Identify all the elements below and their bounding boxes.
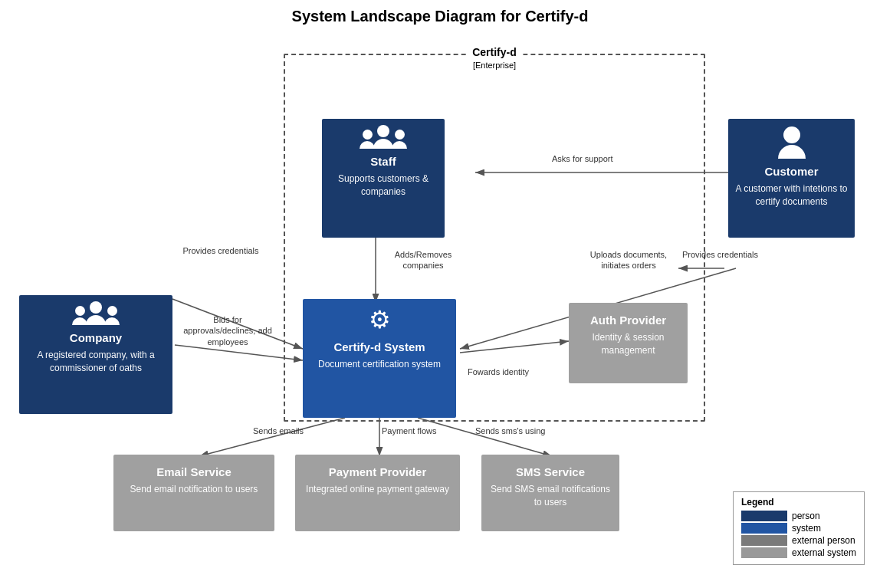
legend-item-person: person bbox=[741, 511, 856, 521]
adds-removes-label: Adds/Removes companies bbox=[381, 249, 465, 271]
email-service-name: Email Service bbox=[156, 465, 231, 478]
sms-service-desc: Send SMS email notifications to users bbox=[481, 483, 619, 515]
legend-title: Legend bbox=[741, 497, 856, 508]
customer-box: Customer A customer with intetions to ce… bbox=[728, 119, 855, 238]
legend-item-system: system bbox=[741, 523, 856, 534]
staff-icon bbox=[360, 125, 407, 149]
asks-for-support-label: Asks for support bbox=[552, 153, 612, 164]
company-box: Company A registered company, with a com… bbox=[19, 295, 172, 414]
company-name: Company bbox=[70, 331, 122, 344]
sends-sms-label: Sends sms's using bbox=[475, 425, 545, 436]
company-desc: A registered company, with a commissione… bbox=[19, 349, 172, 381]
uploads-documents-label: Uploads documents, initiates orders bbox=[583, 249, 675, 271]
auth-provider-box: Auth Provider Identity & session managem… bbox=[569, 303, 688, 383]
company-icon bbox=[72, 301, 120, 325]
auth-provider-name: Auth Provider bbox=[590, 314, 666, 327]
provides-credentials-company-label: Provides credentials bbox=[175, 245, 267, 256]
customer-desc: A customer with intetions to certify doc… bbox=[728, 182, 855, 215]
legend-system-label: system bbox=[792, 523, 821, 534]
customer-name: Customer bbox=[764, 165, 818, 178]
forwards-identity-label: Fowards identity bbox=[468, 366, 529, 377]
diagram-title: System Landscape Diagram for Certify-d bbox=[0, 0, 880, 25]
system-gear-icon: ⚙ bbox=[369, 305, 391, 334]
diagram-area: Certify-d [Enterprise] Staff Supports cu… bbox=[0, 31, 880, 588]
legend-item-external-system: external system bbox=[741, 547, 856, 558]
email-service-desc: Send email notification to users bbox=[124, 483, 264, 502]
payment-provider-name: Payment Provider bbox=[329, 465, 427, 478]
legend: Legend person system external person ext… bbox=[733, 491, 865, 565]
staff-desc: Supports customers & companies bbox=[322, 172, 445, 205]
certifyd-system-desc: Document certification system bbox=[312, 358, 447, 377]
legend-external-person-label: external person bbox=[792, 535, 855, 546]
auth-provider-desc: Identity & session management bbox=[569, 331, 688, 363]
payment-flows-label: Payment flows bbox=[382, 425, 437, 436]
svg-line-10 bbox=[418, 418, 552, 456]
sends-emails-label: Sends emails bbox=[253, 425, 304, 436]
staff-name: Staff bbox=[370, 155, 396, 168]
payment-provider-box: Payment Provider Integrated online payme… bbox=[295, 455, 460, 531]
enterprise-label: Certify-d [Enterprise] bbox=[466, 46, 523, 71]
legend-external-system-label: external system bbox=[792, 547, 856, 558]
legend-item-external-person: external person bbox=[741, 535, 856, 546]
sms-service-name: SMS Service bbox=[516, 465, 585, 478]
sms-service-box: SMS Service Send SMS email notifications… bbox=[481, 455, 619, 531]
customer-icon bbox=[778, 126, 806, 159]
payment-provider-desc: Integrated online payment gateway bbox=[300, 483, 455, 502]
legend-person-label: person bbox=[792, 511, 820, 521]
provides-credentials-customer-label: Provides credentials bbox=[682, 249, 758, 260]
svg-line-8 bbox=[199, 418, 345, 456]
staff-box: Staff Supports customers & companies bbox=[322, 119, 445, 238]
certifyd-system-box: ⚙ Certify-d System Document certificatio… bbox=[303, 299, 456, 418]
email-service-box: Email Service Send email notification to… bbox=[113, 455, 274, 531]
bids-for-approvals-label: Bids for approvals/declines, add employe… bbox=[178, 314, 277, 347]
certifyd-system-name: Certify-d System bbox=[333, 340, 425, 353]
